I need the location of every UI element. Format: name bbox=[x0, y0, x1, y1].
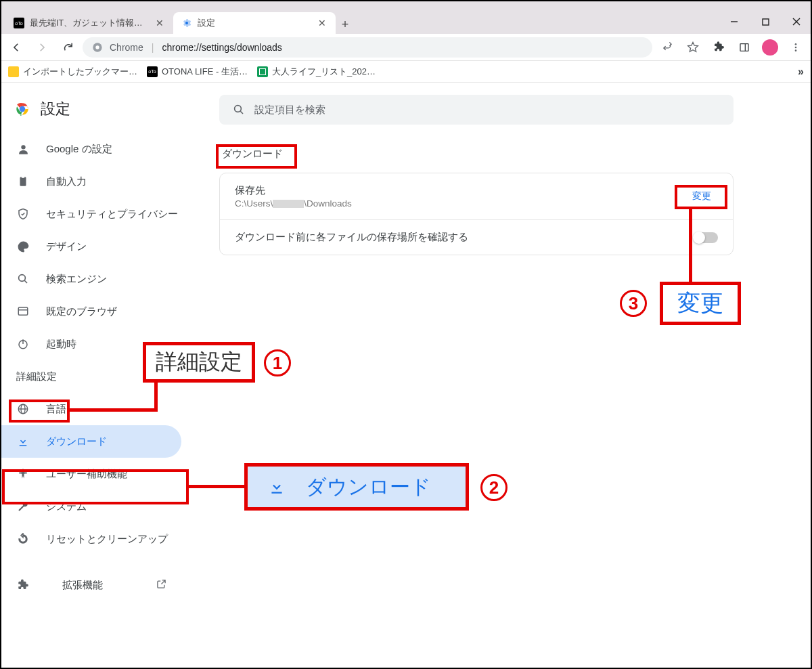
sidebar-item-downloads[interactable]: ダウンロード bbox=[0, 425, 181, 458]
advanced-label: 詳細設定 bbox=[16, 370, 57, 383]
favicon-gear-icon bbox=[181, 18, 192, 28]
sidebar-item-reset[interactable]: リセットとクリーンアップ bbox=[0, 523, 181, 555]
reload-button[interactable] bbox=[57, 37, 78, 58]
browser-tab[interactable]: oTo 最先端IT、ガジェット情報からアナログ ✕ bbox=[5, 12, 173, 34]
ask-before-toggle[interactable] bbox=[694, 232, 718, 243]
browser-tab[interactable]: 設定 ✕ bbox=[173, 12, 336, 34]
globe-icon bbox=[16, 403, 30, 415]
sidebar-item-google[interactable]: Google の設定 bbox=[0, 133, 181, 165]
sidebar-item-label: 既定のブラウザ bbox=[46, 305, 117, 318]
tab-close-icon[interactable]: ✕ bbox=[154, 18, 165, 28]
new-tab-button[interactable]: + bbox=[336, 15, 355, 34]
bookmark-item[interactable]: 大人ライフ_リスト_202… bbox=[257, 66, 376, 78]
section-title: ダウンロード bbox=[222, 148, 771, 160]
svg-line-19 bbox=[24, 280, 27, 283]
bookmark-item[interactable]: oTo OTONA LIFE - 生活… bbox=[147, 66, 248, 78]
tab-title: 設定 bbox=[198, 18, 311, 29]
ask-before-label: ダウンロード前に各ファイルの保存場所を確認する bbox=[235, 231, 468, 244]
bookmark-item[interactable]: インポートしたブックマー… bbox=[8, 66, 137, 78]
palette-icon bbox=[16, 240, 30, 253]
bookmark-label: OTONA LIFE - 生活… bbox=[162, 66, 248, 78]
side-panel-button[interactable] bbox=[734, 37, 755, 58]
reset-icon bbox=[16, 533, 30, 545]
tab-close-icon[interactable]: ✕ bbox=[317, 18, 328, 28]
minimize-button[interactable] bbox=[719, 9, 750, 34]
sidebar-title: 設定 bbox=[41, 99, 70, 119]
extensions-button[interactable] bbox=[708, 37, 729, 58]
svg-rect-17 bbox=[22, 176, 25, 178]
bookmarks-overflow[interactable]: » bbox=[798, 66, 804, 78]
sidebar-item-label: システム bbox=[46, 500, 87, 513]
profile-avatar[interactable] bbox=[759, 37, 781, 58]
svg-point-11 bbox=[795, 49, 797, 51]
settings-sidebar: 設定 Google の設定 自動入力 セキュリティとプライバシー デザイン 検索… bbox=[0, 83, 192, 669]
browser-icon bbox=[16, 305, 30, 318]
sidebar-item-label: ユーザー補助機能 bbox=[46, 468, 127, 481]
close-window-button[interactable] bbox=[781, 9, 812, 34]
sidebar-item-on-startup[interactable]: 起動時 bbox=[0, 328, 181, 360]
svg-line-29 bbox=[240, 111, 243, 114]
downloads-card: 保存先 C:\Users\\Downloads 変更 ダウンロード前に各ファイル… bbox=[219, 173, 734, 255]
maximize-button[interactable] bbox=[750, 9, 781, 34]
sidebar-item-label: ダウンロード bbox=[46, 435, 107, 448]
bookmark-star-button[interactable] bbox=[682, 37, 704, 58]
sidebar-item-autofill[interactable]: 自動入力 bbox=[0, 165, 181, 198]
sidebar-item-label: 拡張機能 bbox=[62, 579, 103, 592]
sidebar-item-appearance[interactable]: デザイン bbox=[0, 230, 181, 263]
back-button[interactable] bbox=[5, 37, 27, 58]
svg-point-13 bbox=[20, 106, 24, 111]
svg-rect-7 bbox=[740, 43, 748, 51]
folder-icon bbox=[8, 66, 19, 77]
url-text: chrome://settings/downloads bbox=[162, 42, 281, 53]
chrome-logo-icon bbox=[14, 100, 31, 118]
sidebar-advanced-toggle[interactable]: 詳細設定 ▲ bbox=[0, 360, 177, 393]
sidebar-item-languages[interactable]: 言語 bbox=[0, 393, 181, 425]
chrome-icon bbox=[92, 42, 103, 53]
sheets-icon bbox=[257, 66, 268, 77]
save-location-path: C:\Users\\Downloads bbox=[235, 198, 352, 209]
redacted-block bbox=[273, 200, 304, 208]
address-bar[interactable]: Chrome | chrome://settings/downloads bbox=[83, 37, 652, 58]
chevron-up-icon: ▲ bbox=[154, 372, 161, 381]
favicon-icon: oTo bbox=[14, 18, 24, 28]
sidebar-item-label: Google の設定 bbox=[46, 143, 112, 156]
power-icon bbox=[16, 338, 30, 350]
sidebar-item-label: 自動入力 bbox=[46, 175, 87, 188]
puzzle-icon bbox=[16, 579, 30, 591]
dropdown-icon[interactable] bbox=[687, 9, 719, 34]
sidebar-item-search-engine[interactable]: 検索エンジン bbox=[0, 263, 181, 295]
search-placeholder: 設定項目を検索 bbox=[254, 104, 325, 116]
bookmark-label: インポートしたブックマー… bbox=[23, 66, 137, 78]
settings-search[interactable]: 設定項目を検索 bbox=[219, 95, 734, 125]
sidebar-item-label: リセットとクリーンアップ bbox=[46, 533, 168, 546]
share-button[interactable] bbox=[656, 37, 678, 58]
site-icon: oTo bbox=[147, 66, 158, 77]
forward-button[interactable] bbox=[31, 37, 53, 58]
accessibility-icon bbox=[16, 468, 30, 480]
sidebar-header: 設定 bbox=[0, 95, 192, 133]
svg-point-9 bbox=[795, 43, 797, 45]
save-location-row: 保存先 C:\Users\\Downloads 変更 bbox=[220, 173, 733, 219]
avatar-icon bbox=[762, 39, 778, 56]
tab-title: 最先端IT、ガジェット情報からアナログ bbox=[30, 18, 149, 29]
sidebar-item-label: 言語 bbox=[46, 403, 66, 416]
svg-rect-20 bbox=[18, 307, 28, 315]
sidebar-item-label: 検索エンジン bbox=[46, 273, 107, 286]
bookmark-label: 大人ライフ_リスト_202… bbox=[272, 66, 376, 78]
window-controls bbox=[687, 9, 812, 34]
person-icon bbox=[16, 143, 30, 156]
svg-rect-1 bbox=[763, 19, 769, 25]
search-icon bbox=[16, 273, 30, 285]
sidebar-item-label: セキュリティとプライバシー bbox=[46, 208, 178, 221]
sidebar-item-accessibility[interactable]: ユーザー補助機能 bbox=[0, 458, 181, 490]
sidebar-item-label: デザイン bbox=[46, 240, 87, 253]
svg-point-28 bbox=[235, 106, 242, 112]
search-icon bbox=[233, 104, 245, 116]
sidebar-item-security[interactable]: セキュリティとプライバシー bbox=[0, 198, 181, 230]
sidebar-item-extensions[interactable]: 拡張機能 bbox=[0, 569, 181, 601]
change-button[interactable]: 変更 bbox=[685, 186, 718, 207]
menu-button[interactable] bbox=[785, 37, 807, 58]
browser-toolbar: Chrome | chrome://settings/downloads bbox=[0, 34, 812, 61]
sidebar-item-system[interactable]: システム bbox=[0, 490, 181, 523]
sidebar-item-default-browser[interactable]: 既定のブラウザ bbox=[0, 295, 181, 328]
